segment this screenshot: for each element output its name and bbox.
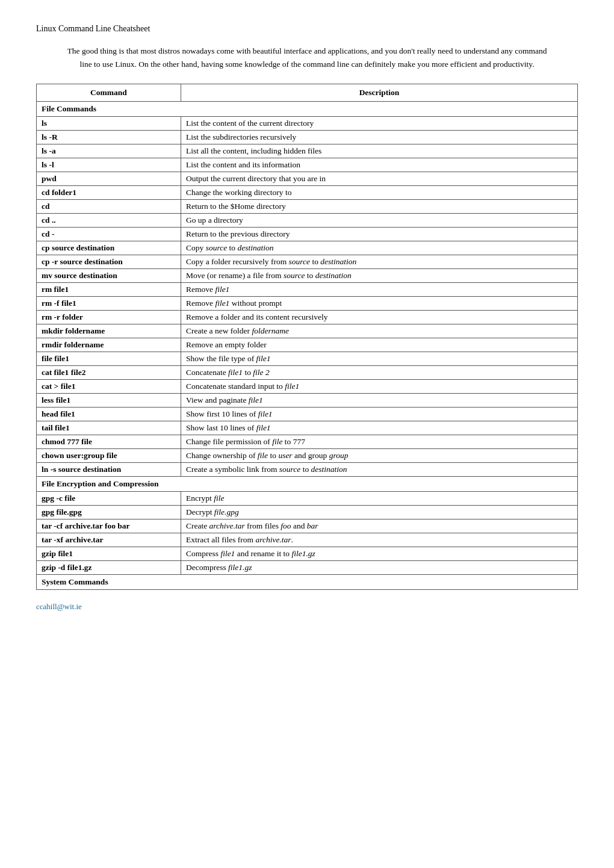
table-row: cd folder1Change the working directory t… (37, 186, 578, 200)
description-cell: Go up a directory (181, 214, 578, 228)
description-cell: Move (or rename) a file from source to d… (181, 269, 578, 283)
col-command-header: Command (37, 84, 181, 102)
section-header-row: File Commands (37, 102, 578, 117)
table-row: cd ..Go up a directory (37, 214, 578, 228)
table-row: cd -Return to the previous directory (37, 228, 578, 241)
description-cell: Concatenate file1 to file 2 (181, 366, 578, 380)
command-cell: gpg -c file (37, 492, 181, 506)
command-cell: cd .. (37, 214, 181, 228)
description-cell: Concatenate standard input to file1 (181, 380, 578, 394)
table-row: chmod 777 fileChange file permission of … (37, 435, 578, 449)
command-cell: ls -R (37, 131, 181, 144)
table-row: less file1View and paginate file1 (37, 394, 578, 408)
description-cell: Remove file1 (181, 283, 578, 297)
description-cell: Remove file1 without prompt (181, 297, 578, 311)
table-row: mkdir foldernameCreate a new folder fold… (37, 324, 578, 338)
table-row: ls -RList the subdirectories recursively (37, 131, 578, 144)
command-cell: cd (37, 200, 181, 214)
description-cell: Change file permission of file to 777 (181, 435, 578, 449)
command-cell: cp source destination (37, 241, 181, 255)
description-cell: Remove an empty folder (181, 338, 578, 352)
description-cell: Decompress file1.gz (181, 561, 578, 575)
description-cell: Create a new folder foldername (181, 324, 578, 338)
description-cell: Extract all files from archive.tar. (181, 533, 578, 547)
table-row: chown user:group fileChange ownership of… (37, 449, 578, 463)
description-cell: Create archive.tar from files foo and ba… (181, 519, 578, 533)
table-row: rm -r folderRemove a folder and its cont… (37, 311, 578, 324)
description-cell: Encrypt file (181, 492, 578, 506)
cheatsheet-table: Command Description File CommandslsList … (36, 84, 578, 590)
footer-email-link[interactable]: ccahill@wit.ie (36, 602, 578, 612)
description-cell: View and paginate file1 (181, 394, 578, 408)
description-cell: Show the file type of file1 (181, 352, 578, 366)
command-cell: file file1 (37, 352, 181, 366)
description-cell: Change the working directory to (181, 186, 578, 200)
description-cell: List the subdirectories recursively (181, 131, 578, 144)
table-row: cp source destinationCopy source to dest… (37, 241, 578, 255)
description-cell: Copy source to destination (181, 241, 578, 255)
description-cell: List the content of the current director… (181, 117, 578, 131)
col-description-header: Description (181, 84, 578, 102)
command-cell: gzip -d file1.gz (37, 561, 181, 575)
table-row: gpg -c fileEncrypt file (37, 492, 578, 506)
command-cell: mkdir foldername (37, 324, 181, 338)
description-cell: Remove a folder and its content recursiv… (181, 311, 578, 324)
command-cell: gzip file1 (37, 547, 181, 561)
description-cell: Copy a folder recursively from source to… (181, 255, 578, 269)
table-row: gzip file1Compress file1 and rename it t… (37, 547, 578, 561)
command-cell: gpg file.gpg (37, 506, 181, 519)
table-row: tar -cf archive.tar foo barCreate archiv… (37, 519, 578, 533)
table-row: tail file1Show last 10 lines of file1 (37, 421, 578, 435)
command-cell: cat file1 file2 (37, 366, 181, 380)
table-row: cat > file1Concatenate standard input to… (37, 380, 578, 394)
page-title: Linux Command Line Cheatsheet (36, 24, 578, 34)
command-cell: rm file1 (37, 283, 181, 297)
description-cell: List all the content, including hidden f… (181, 144, 578, 158)
command-cell: less file1 (37, 394, 181, 408)
table-row: gpg file.gpgDecrypt file.gpg (37, 506, 578, 519)
command-cell: rm -f file1 (37, 297, 181, 311)
table-row: ls -lList the content and its informatio… (37, 158, 578, 172)
table-row: cp -r source destinationCopy a folder re… (37, 255, 578, 269)
table-row: cat file1 file2Concatenate file1 to file… (37, 366, 578, 380)
command-cell: cd - (37, 228, 181, 241)
table-row: cdReturn to the $Home directory (37, 200, 578, 214)
description-cell: Compress file1 and rename it to file1.gz (181, 547, 578, 561)
command-cell: cd folder1 (37, 186, 181, 200)
description-cell: Return to the previous directory (181, 228, 578, 241)
description-cell: Change ownership of file to user and gro… (181, 449, 578, 463)
command-cell: ls -a (37, 144, 181, 158)
intro-text: The good thing is that most distros nowa… (60, 45, 554, 70)
description-cell: Return to the $Home directory (181, 200, 578, 214)
command-cell: chown user:group file (37, 449, 181, 463)
description-cell: List the content and its information (181, 158, 578, 172)
command-cell: tar -cf archive.tar foo bar (37, 519, 181, 533)
table-row: ls -aList all the content, including hid… (37, 144, 578, 158)
command-cell: pwd (37, 172, 181, 186)
table-row: mv source destinationMove (or rename) a … (37, 269, 578, 283)
command-cell: ln -s source destination (37, 463, 181, 477)
table-row: gzip -d file1.gzDecompress file1.gz (37, 561, 578, 575)
description-cell: Create a symbolic link from source to de… (181, 463, 578, 477)
command-cell: tail file1 (37, 421, 181, 435)
command-cell: mv source destination (37, 269, 181, 283)
table-row: lsList the content of the current direct… (37, 117, 578, 131)
description-cell: Decrypt file.gpg (181, 506, 578, 519)
table-row: file file1Show the file type of file1 (37, 352, 578, 366)
table-row: ln -s source destinationCreate a symboli… (37, 463, 578, 477)
command-cell: ls (37, 117, 181, 131)
description-cell: Output the current directory that you ar… (181, 172, 578, 186)
description-cell: Show last 10 lines of file1 (181, 421, 578, 435)
table-row: head file1Show first 10 lines of file1 (37, 408, 578, 421)
table-row: rm -f file1Remove file1 without prompt (37, 297, 578, 311)
table-row: pwdOutput the current directory that you… (37, 172, 578, 186)
description-cell: Show first 10 lines of file1 (181, 408, 578, 421)
table-row: tar -xf archive.tarExtract all files fro… (37, 533, 578, 547)
command-cell: cp -r source destination (37, 255, 181, 269)
section-header-row: File Encryption and Compression (37, 477, 578, 492)
command-cell: tar -xf archive.tar (37, 533, 181, 547)
command-cell: chmod 777 file (37, 435, 181, 449)
command-cell: ls -l (37, 158, 181, 172)
command-cell: rm -r folder (37, 311, 181, 324)
table-row: rmdir foldernameRemove an empty folder (37, 338, 578, 352)
